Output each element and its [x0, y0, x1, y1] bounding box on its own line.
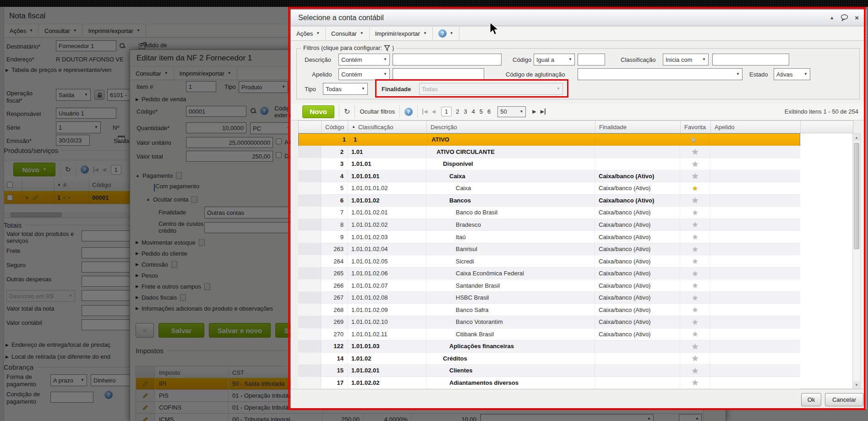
- favorite-star-icon[interactable]: ★: [692, 208, 698, 217]
- table-row[interactable]: 2651.01.01.02.06Caixa Econômica FederalC…: [298, 268, 800, 280]
- filter-funnel-icon[interactable]: [384, 45, 390, 51]
- favorite-star-icon[interactable]: ★: [692, 184, 698, 192]
- favorite-star-icon[interactable]: ★: [692, 281, 698, 290]
- column-favorita[interactable]: Favorita: [681, 121, 711, 133]
- table-row[interactable]: 2701.01.01.02.11Citibank BrasilCaixa/ban…: [298, 328, 800, 341]
- favorite-star-icon[interactable]: ★: [692, 257, 698, 265]
- table-row[interactable]: 2671.01.01.02.08HSBC BrasilCaixa/banco (…: [298, 292, 800, 304]
- column-classificacao[interactable]: ▲Classificação: [348, 121, 427, 133]
- ocultar-filtros-button[interactable]: Ocultar filtros: [360, 108, 395, 115]
- help-icon[interactable]: ?: [438, 29, 447, 38]
- tipo-label: Tipo: [305, 83, 316, 95]
- table-row[interactable]: 31.01.01Disponível★: [298, 158, 800, 170]
- menu-imprimir-exportar[interactable]: Imprimir/exportar▼: [370, 27, 433, 40]
- page-6[interactable]: 6: [487, 108, 491, 115]
- sort-asc-icon: ▲: [352, 125, 355, 129]
- help-icon[interactable]: ?: [404, 108, 413, 116]
- favorite-star-icon[interactable]: ★: [692, 330, 698, 338]
- favorite-star-icon[interactable]: ★: [692, 220, 698, 229]
- scrollbar-thumb[interactable]: [854, 143, 859, 249]
- table-row[interactable]: 41.01.01.01CaixaCaixa/banco (Ativo)★: [298, 170, 800, 183]
- menu-consultar[interactable]: Consultar▼: [326, 27, 370, 40]
- page-2[interactable]: 2: [456, 108, 459, 115]
- apelido-input[interactable]: [393, 68, 484, 80]
- vertical-scrollbar[interactable]: ▲ ▼: [852, 133, 861, 389]
- cancelar-button[interactable]: Cancelar: [825, 393, 863, 406]
- filters-legend[interactable]: Filtros (clique para configurar: ): [301, 44, 396, 51]
- table-row[interactable]: 151.01.02.01Clientes★: [298, 365, 800, 377]
- column-codigo[interactable]: Código: [322, 121, 348, 133]
- favorite-star-icon[interactable]: ★: [692, 196, 698, 204]
- finalidade-label: Finalidade: [382, 83, 411, 95]
- menu-acoes[interactable]: Ações▼: [291, 27, 326, 40]
- table-row[interactable]: 2641.01.01.02.05SicrediCaixa/banco (Ativ…: [298, 255, 800, 268]
- table-row[interactable]: 11ATIVO★: [298, 133, 800, 146]
- table-row[interactable]: 1221.01.01.03Aplicações financeiras★: [298, 340, 800, 353]
- refresh-icon[interactable]: ↻: [344, 107, 350, 116]
- comment-icon[interactable]: [841, 14, 848, 21]
- ok-button[interactable]: Ok: [801, 393, 821, 406]
- page-1[interactable]: 1: [441, 107, 452, 116]
- page-3[interactable]: 3: [464, 108, 467, 115]
- novo-button[interactable]: Novo: [302, 105, 334, 118]
- favorite-star-icon[interactable]: ★: [692, 148, 698, 156]
- finalidade-select[interactable]: Todas▼: [419, 83, 563, 95]
- column-apelido[interactable]: Apelido: [711, 121, 801, 133]
- favorite-star-icon[interactable]: ★: [692, 269, 698, 278]
- codigo-input[interactable]: [578, 54, 605, 66]
- last-page-icon[interactable]: ▶: [540, 109, 546, 115]
- close-icon[interactable]: ×: [855, 14, 859, 22]
- scroll-down-icon[interactable]: ▼: [853, 381, 860, 388]
- column-descricao[interactable]: Descrição: [427, 121, 595, 133]
- next-page-icon[interactable]: ▶: [532, 109, 536, 115]
- page-4[interactable]: 4: [472, 108, 475, 115]
- favorite-star-icon[interactable]: ★: [690, 136, 696, 144]
- column-finalidade[interactable]: Finalidade: [595, 121, 681, 133]
- apelido-label: Apelido: [312, 68, 332, 80]
- favorite-star-icon[interactable]: ★: [692, 294, 698, 302]
- items-count: Exibindo itens 1 - 50 de 254: [785, 108, 858, 115]
- estado-select[interactable]: Ativas▼: [774, 68, 810, 80]
- favorite-star-icon[interactable]: ★: [692, 378, 698, 387]
- table-row[interactable]: 141.01.02Créditos★: [298, 353, 800, 365]
- favorite-star-icon[interactable]: ★: [692, 306, 698, 314]
- prev-page-icon[interactable]: ◀: [431, 109, 435, 115]
- table-row[interactable]: 81.01.01.02.02BradescoCaixa/banco (Ativo…: [298, 219, 800, 231]
- classificacao-input[interactable]: [712, 54, 789, 66]
- page-numbers: 123456: [439, 107, 493, 116]
- favorite-star-icon[interactable]: ★: [692, 233, 698, 241]
- first-page-icon[interactable]: ◀: [422, 109, 427, 115]
- descricao-input[interactable]: [393, 54, 502, 66]
- table-row[interactable]: 91.01.01.02.03ItaúCaixa/banco (Ativo)★: [298, 231, 800, 243]
- modal-title: Selecione a conta contábil: [298, 14, 384, 22]
- estado-label: Estado: [749, 68, 768, 80]
- favorite-star-icon[interactable]: ★: [692, 354, 698, 362]
- favorite-star-icon[interactable]: ★: [692, 342, 698, 350]
- table-row[interactable]: 51.01.01.01.02CaixaCaixa/banco (Ativo)★: [298, 182, 800, 195]
- favorite-star-icon[interactable]: ★: [692, 160, 698, 168]
- table-row[interactable]: 2631.01.01.02.04BanrisulCaixa/banco (Ati…: [298, 243, 800, 256]
- page-5[interactable]: 5: [480, 108, 483, 115]
- apelido-op-select[interactable]: Contém▼: [338, 68, 390, 80]
- tipo-select[interactable]: Todas▼: [323, 83, 368, 95]
- aglutinacao-select[interactable]: ▼: [578, 68, 742, 80]
- table-row[interactable]: 21.01ATIVO CIRCULANTE★: [298, 146, 800, 159]
- codigo-op-select[interactable]: Igual a▼: [534, 54, 575, 66]
- table-row[interactable]: 171.01.02.02Adiantamentos diversos★: [298, 377, 800, 389]
- screen: Nota fiscal Ações▼ Consultar▼ Imprimir/e…: [0, 0, 868, 421]
- descricao-op-select[interactable]: Contém▼: [338, 54, 390, 66]
- favorite-star-icon[interactable]: ★: [692, 318, 698, 326]
- classificacao-op-select[interactable]: Inicia com▼: [663, 54, 709, 66]
- table-row[interactable]: 2661.01.01.02.07Santander BrasilCaixa/ba…: [298, 279, 800, 292]
- menu-ajuda[interactable]: ?▼: [433, 27, 459, 40]
- favorite-star-icon[interactable]: ★: [692, 172, 698, 180]
- scroll-up-icon[interactable]: ▲: [853, 134, 860, 141]
- table-row[interactable]: 71.01.01.02.01Banco do BrasilCaixa/banco…: [298, 207, 800, 219]
- table-row[interactable]: 2681.01.01.02.09Banco SafraCaixa/banco (…: [298, 304, 800, 316]
- favorite-star-icon[interactable]: ★: [692, 245, 698, 253]
- page-size-select[interactable]: 50▼: [497, 106, 526, 117]
- collapse-icon[interactable]: ▲: [830, 15, 834, 20]
- table-row[interactable]: 2691.01.01.02.10Banco VotorantimCaixa/ba…: [298, 316, 800, 328]
- favorite-star-icon[interactable]: ★: [692, 366, 698, 375]
- table-row[interactable]: 61.01.01.02BancosCaixa/banco (Ativo)★: [298, 195, 800, 207]
